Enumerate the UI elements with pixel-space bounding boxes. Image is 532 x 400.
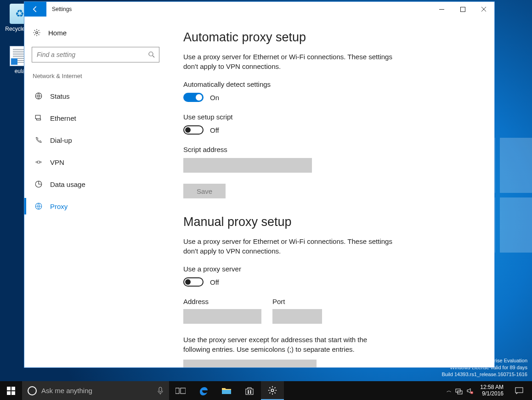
svg-rect-4 — [35, 115, 40, 119]
manual-description: Use a proxy server for Ethernet or Wi-Fi… — [183, 237, 395, 256]
sidebar-item-proxy[interactable]: Proxy — [31, 195, 160, 217]
task-view-icon — [175, 387, 186, 394]
taskbar-clock[interactable]: 12:58 AM 9/1/2016 — [477, 384, 506, 397]
sidebar-category: Network & Internet — [31, 72, 160, 85]
taskbar-store[interactable] — [238, 381, 261, 400]
notification-icon — [515, 387, 523, 394]
maximize-icon — [460, 7, 465, 12]
sidebar-item-status[interactable]: Status — [31, 85, 160, 107]
svg-rect-20 — [250, 390, 251, 392]
svg-rect-12 — [7, 391, 11, 395]
svg-point-23 — [271, 389, 274, 392]
microphone-icon[interactable] — [157, 387, 164, 395]
network-tray-icon[interactable] — [455, 387, 463, 394]
svg-point-6 — [40, 162, 41, 163]
svg-rect-22 — [250, 392, 251, 394]
address-label: Address — [183, 298, 261, 305]
phone-icon — [34, 136, 43, 144]
window-title: Settings — [46, 2, 431, 17]
use-proxy-label: Use a proxy server — [183, 265, 476, 273]
sidebar-nav: Status Ethernet Dial-up VPN Data usage — [31, 85, 160, 217]
cortana-search[interactable]: Ask me anything — [22, 381, 169, 400]
nav-label: Proxy — [50, 203, 68, 210]
use-script-toggle[interactable] — [183, 125, 204, 135]
svg-rect-16 — [181, 388, 186, 394]
vpn-icon — [34, 158, 43, 166]
settings-window: Settings Home Network & Internet Status — [24, 1, 495, 368]
globe-icon — [34, 202, 43, 210]
svg-rect-15 — [175, 388, 179, 394]
taskbar: Ask me anything ︿ 12:58 AM 9/1/2016 — [0, 381, 532, 400]
svg-point-5 — [36, 162, 37, 163]
minimize-button[interactable] — [431, 2, 452, 17]
port-label: Port — [272, 298, 322, 305]
nav-label: Ethernet — [50, 114, 76, 122]
svg-rect-11 — [11, 387, 15, 390]
svg-rect-27 — [515, 388, 523, 393]
search-input[interactable] — [32, 47, 159, 62]
auto-detect-label: Automatically detect settings — [183, 80, 476, 88]
heading-automatic-proxy: Automatic proxy setup — [183, 30, 476, 45]
script-address-input — [183, 158, 312, 173]
sidebar: Home Network & Internet Status Ethernet — [24, 17, 167, 367]
svg-rect-19 — [248, 390, 249, 392]
taskbar-settings[interactable] — [261, 381, 284, 400]
use-proxy-state: Off — [210, 278, 219, 286]
action-center-button[interactable] — [510, 387, 528, 394]
taskbar-explorer[interactable] — [215, 381, 238, 400]
svg-point-1 — [36, 32, 38, 34]
taskbar-edge[interactable] — [192, 381, 215, 400]
edge-icon — [198, 385, 209, 396]
nav-label: Dial-up — [50, 136, 72, 144]
svg-rect-0 — [460, 7, 465, 11]
sidebar-item-dialup[interactable]: Dial-up — [31, 129, 160, 151]
gear-icon — [33, 28, 41, 37]
svg-rect-17 — [222, 390, 231, 394]
heading-manual-proxy: Manual proxy setup — [183, 215, 476, 229]
auto-detect-toggle[interactable] — [183, 93, 204, 102]
svg-rect-14 — [159, 387, 162, 392]
piechart-icon — [34, 180, 43, 188]
task-view-button[interactable] — [169, 381, 192, 400]
svg-rect-21 — [248, 392, 249, 394]
sidebar-item-vpn[interactable]: VPN — [31, 151, 160, 173]
start-button[interactable] — [0, 381, 22, 400]
use-script-state: Off — [210, 126, 219, 134]
maximize-button[interactable] — [452, 2, 473, 17]
svg-rect-18 — [246, 389, 253, 394]
automatic-description: Use a proxy server for Ethernet or Wi-Fi… — [183, 52, 395, 71]
search-box[interactable] — [32, 47, 159, 62]
globe-icon — [34, 92, 43, 100]
home-label: Home — [48, 29, 67, 37]
nav-label: Data usage — [50, 180, 85, 188]
arrow-left-icon — [31, 5, 40, 14]
nav-label: Status — [50, 92, 70, 100]
window-buttons — [431, 2, 494, 17]
gear-icon — [267, 385, 277, 395]
close-button[interactable] — [473, 2, 494, 17]
taskbar-apps — [169, 381, 284, 400]
cortana-placeholder: Ask me anything — [41, 387, 169, 394]
use-proxy-toggle[interactable] — [183, 277, 204, 287]
titlebar[interactable]: Settings — [24, 2, 494, 17]
sidebar-home[interactable]: Home — [31, 26, 160, 45]
content-pane[interactable]: Automatic proxy setup Use a proxy server… — [167, 17, 494, 367]
nav-label: VPN — [50, 158, 64, 166]
system-tray: ︿ 12:58 AM 9/1/2016 — [443, 381, 532, 400]
port-input — [272, 309, 322, 324]
volume-tray-icon[interactable] — [466, 387, 474, 394]
back-button[interactable] — [24, 2, 46, 17]
folder-icon — [221, 387, 232, 395]
search-icon — [147, 51, 156, 59]
store-icon — [245, 386, 254, 395]
sidebar-item-datausage[interactable]: Data usage — [31, 173, 160, 195]
watermark-line: Build 14393.rs1_release.160715-1616 — [441, 371, 527, 378]
save-button: Save — [183, 184, 226, 198]
sidebar-item-ethernet[interactable]: Ethernet — [31, 107, 160, 129]
address-input — [183, 309, 261, 324]
auto-detect-state: On — [210, 94, 219, 101]
svg-rect-10 — [7, 387, 11, 390]
script-address-label: Script address — [183, 146, 476, 153]
minimize-icon — [439, 7, 444, 12]
tray-overflow[interactable]: ︿ — [447, 387, 452, 394]
